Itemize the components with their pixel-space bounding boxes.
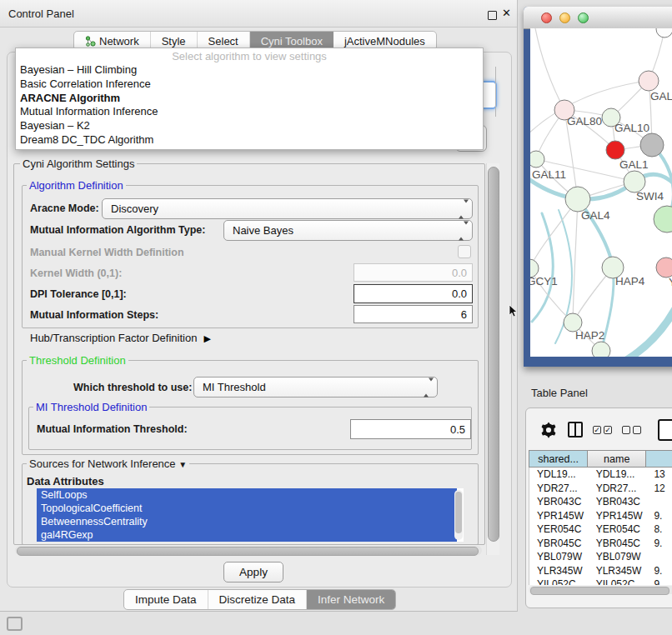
table-cell: YDL19... (589, 468, 647, 482)
list-item-selfloops[interactable]: SelfLoops (37, 488, 457, 502)
node-label-gal80: GAL80 (567, 115, 602, 128)
column-header-name[interactable]: name (588, 450, 646, 468)
table-row[interactable]: YBR043CYBR043C (529, 495, 672, 509)
node-label-gal4: GAL4 (581, 209, 610, 222)
table-body: YDL19...YDL19...13YDR27...YDR27...12YBR0… (529, 468, 672, 585)
table-cell: 8. (646, 522, 672, 537)
settings-vscrollbar-thumb[interactable] (488, 167, 499, 542)
which-threshold-select[interactable]: MI Threshold (193, 377, 438, 398)
table-row[interactable]: YBR045CYBR045C9. (529, 537, 672, 551)
tab-label: Select (208, 35, 238, 48)
export-table-icon[interactable] (658, 419, 672, 441)
network-node-gal11[interactable] (530, 151, 544, 168)
dropdown-item-bayesian-k2[interactable]: Bayesian – K2 (16, 119, 483, 133)
settings-gear-icon[interactable] (539, 421, 558, 439)
network-node-gal[interactable] (639, 71, 659, 91)
manual-kernel-checkbox[interactable] (458, 245, 471, 258)
node-label-y: Y (669, 276, 672, 288)
table-cell: 12 (646, 482, 672, 496)
combo-arrows-icon (424, 381, 429, 393)
tab-discretize-data[interactable]: Discretize Data (208, 590, 308, 609)
close-traffic-light[interactable] (541, 12, 552, 23)
network-view-window[interactable]: GALGAL80GAL10GAL1GAL11SWI4GAL4GCY1HAP4YH… (524, 7, 672, 367)
tab-label: Style (162, 35, 186, 48)
table-row[interactable]: YLR345WYLR345W9. (529, 564, 672, 578)
table-row[interactable]: YPR145WYPR145W9. (529, 509, 672, 523)
control-panel-title: Control Panel (8, 8, 74, 20)
aracne-mode-select[interactable]: Discovery (102, 198, 473, 219)
table-cell: YBR045C (589, 537, 647, 551)
dropdown-item-mutual-information-inference[interactable]: Mutual Information Inference (16, 105, 483, 119)
network-window-titlebar[interactable] (524, 7, 672, 29)
which-threshold-value: MI Threshold (203, 381, 266, 393)
groupbox-border-fragment (495, 67, 496, 117)
dropdown-item-aracne-algorithm[interactable]: ARACNE Algorithm (16, 92, 483, 106)
manual-kernel-label: Manual Kernel Width Definition (30, 247, 184, 258)
apply-button[interactable]: Apply (223, 562, 283, 582)
tab-label: jActiveMNodules (344, 35, 425, 48)
list-scrollbar[interactable] (454, 490, 463, 540)
table-cell: YER054C (589, 522, 647, 537)
network-node[interactable] (656, 28, 672, 38)
table-cell: YDR27... (529, 482, 589, 496)
network-node-swi4[interactable] (654, 206, 672, 232)
node-label-gal11: GAL11 (532, 168, 566, 181)
dpi-tolerance-input[interactable]: 0.0 (354, 284, 473, 303)
collapse-down-icon[interactable]: ▼ (178, 460, 187, 469)
data-attributes-list[interactable]: SelfLoopsTopologicalCoefficientBetweenne… (37, 488, 464, 542)
mi-type-value: Naive Bayes (233, 224, 293, 237)
table-cell: YLR345W (589, 564, 647, 578)
kernel-width-input[interactable]: 0.0 (354, 263, 473, 282)
table-cell: 9. (646, 537, 672, 551)
dropdown-item-dream8-dc-tdc-algorithm[interactable]: Dream8 DC_TDC Algorithm (16, 133, 483, 148)
network-icon (85, 36, 96, 47)
table-row[interactable]: YER054CYER054C8. (529, 522, 672, 537)
table-row[interactable]: YDR27...YDR27...12 (529, 482, 672, 496)
float-window-icon[interactable] (488, 11, 497, 20)
network-node[interactable] (606, 141, 624, 159)
minimized-panel-icon[interactable] (7, 617, 23, 631)
list-item-topologicalcoefficient[interactable]: TopologicalCoefficient (37, 502, 457, 515)
network-graph: GALGAL80GAL10GAL1GAL11SWI4GAL4GCY1HAP4YH… (530, 28, 672, 357)
combo-arrows-icon (459, 202, 464, 215)
control-panel-window: Control Panel ✕ NetworkStyleSelectCyni T… (0, 0, 518, 612)
hide-all-columns-icon[interactable] (622, 426, 641, 434)
hub-definition-expander[interactable]: Hub/Transcription Factor Definition▶ (30, 332, 211, 344)
column-header-col2[interactable] (646, 450, 672, 468)
close-icon[interactable]: ✕ (502, 7, 511, 19)
table-row[interactable]: YDL19...YDL19...13 (529, 468, 672, 482)
unchecked-box-icon (622, 426, 630, 434)
checked-box-icon: ✓ (604, 426, 612, 434)
table-row[interactable]: YIL052CYIL052C9. (529, 578, 672, 585)
network-node[interactable] (640, 133, 664, 157)
table-row[interactable]: YBL079WYBL079W (529, 550, 672, 564)
list-item-betweennesscentrality[interactable]: BetweennessCentrality (37, 515, 457, 528)
dropdown-item-bayesian-hill-climbing[interactable]: Bayesian – Hill Climbing (16, 63, 483, 78)
algorithm-dropdown: Select algorithm to view settings Bayesi… (15, 48, 484, 150)
zoom-traffic-light[interactable] (578, 12, 589, 23)
settings-hscrollbar-thumb[interactable] (17, 547, 479, 556)
tab-infer-network[interactable]: Infer Network (307, 590, 395, 609)
list-scrollbar-thumb[interactable] (455, 492, 462, 533)
mi-algorithm-type-select[interactable]: Naive Bayes (223, 220, 473, 241)
list-item-gal4rgexp[interactable]: gal4RGexp (37, 528, 457, 542)
show-all-columns-icon[interactable]: ✓ ✓ (593, 426, 612, 434)
network-node-gal4[interactable] (565, 187, 590, 212)
expand-right-icon[interactable]: ▶ (203, 333, 210, 343)
mi-threshold-input[interactable]: 0.5 (350, 419, 471, 439)
sources-group-title[interactable]: Sources for Network Inference ▼ (27, 458, 189, 470)
table-hscrollbar-thumb[interactable] (530, 587, 669, 595)
network-node-y[interactable] (656, 258, 672, 278)
unchecked-box-icon (633, 426, 641, 434)
column-layout-icon[interactable] (568, 422, 583, 438)
network-canvas[interactable]: GALGAL80GAL10GAL1GAL11SWI4GAL4GCY1HAP4YH… (530, 28, 672, 357)
checked-box-icon: ✓ (593, 426, 601, 434)
table-cell: YER054C (529, 522, 589, 537)
tab-impute-data[interactable]: Impute Data (124, 590, 208, 609)
dropdown-item-basic-correlation-inference[interactable]: Basic Correlation Inference (16, 78, 483, 92)
column-header-shared[interactable]: shared... (529, 450, 588, 468)
mi-steps-input[interactable]: 6 (354, 305, 473, 323)
network-node[interactable] (592, 342, 610, 357)
minimize-traffic-light[interactable] (559, 12, 570, 23)
mouse-cursor (509, 305, 519, 318)
